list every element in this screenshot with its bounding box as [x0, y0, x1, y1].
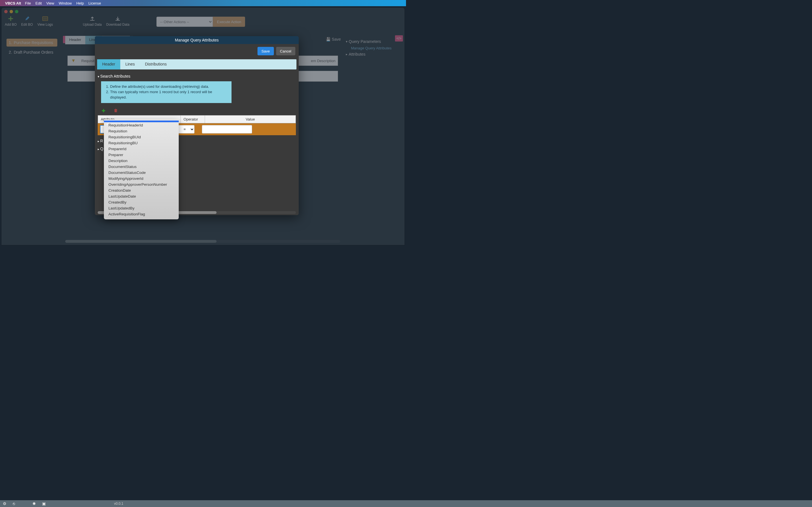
edit-bo-label: Edit BO: [21, 22, 33, 26]
view-logs-label: View Logs: [37, 22, 53, 26]
close-window-icon[interactable]: [4, 10, 8, 13]
dropdown-option[interactable]: DocumentStatus: [104, 164, 179, 170]
minimize-window-icon[interactable]: [10, 10, 13, 13]
instructions-note: Define the attribute(s) used for downloa…: [101, 81, 232, 103]
row-actions: ✚ 🗑: [102, 108, 296, 113]
code-toggle-button[interactable]: </>: [395, 35, 403, 42]
add-bo-label: Add BO: [5, 22, 17, 26]
search-attributes-heading[interactable]: Search Attributes: [98, 74, 296, 78]
modal-tab-distributions[interactable]: Distributions: [140, 59, 172, 69]
dropdown-option[interactable]: CreatedBy: [104, 199, 179, 205]
dropdown-option[interactable]: LastUpdatedBy: [104, 205, 179, 211]
app-name: VBCS Alt: [5, 1, 21, 5]
main-toolbar: Add BO Edit BO View Logs Upload Data Dow…: [1, 15, 405, 31]
grid-header-value: Value: [205, 115, 296, 123]
modal-tab-lines[interactable]: Lines: [120, 59, 140, 69]
dropdown-option[interactable]: PreparerId: [104, 146, 179, 152]
sidebar-item-label: Draft Purchase Orders: [14, 50, 53, 54]
query-parameters-section[interactable]: Query Parameters: [346, 39, 402, 44]
dropdown-option[interactable]: ActiveRequisitionFlag: [104, 211, 179, 217]
modal-action-bar: Save Cancel: [95, 44, 299, 58]
upload-data-label: Upload Data: [83, 22, 102, 26]
attributes-section[interactable]: Attributes: [346, 52, 402, 56]
macos-menubar: VBCS Alt File Edit View Window Help Lice…: [0, 0, 406, 6]
menu-file[interactable]: File: [25, 1, 31, 5]
value-input[interactable]: [202, 125, 252, 133]
download-data-label: Download Data: [106, 22, 129, 26]
download-data-button[interactable]: Download Data: [106, 15, 129, 26]
bg-save-button[interactable]: 💾 Save: [326, 37, 341, 42]
attribute-dropdown-list: RequisitionHeaderId Requisition Requisit…: [104, 119, 179, 219]
bg-tab-header[interactable]: Header: [65, 36, 85, 44]
execute-action-button[interactable]: Execute Action: [213, 17, 245, 27]
sidebar-item-number: 2.: [9, 50, 12, 54]
funnel-icon[interactable]: ▼: [68, 58, 79, 63]
plus-icon: [8, 15, 14, 22]
dropdown-option[interactable]: CreationDate: [104, 187, 179, 193]
modal-save-button[interactable]: Save: [257, 47, 274, 55]
menu-edit[interactable]: Edit: [36, 1, 42, 5]
right-sidebar: </> Query Parameters Manage Query Attrib…: [343, 36, 405, 245]
modal-title: Manage Query Attributes: [95, 36, 299, 44]
modal-tabs: Header Lines Distributions: [97, 59, 296, 69]
dropdown-option[interactable]: RequisitioningBU: [104, 140, 179, 146]
save-icon: 💾: [326, 37, 331, 42]
bg-save-label: Save: [332, 37, 341, 42]
pencil-icon: [24, 15, 30, 22]
upload-icon: [89, 15, 96, 22]
other-actions-group: -- Other Actions -- Execute Action: [157, 17, 245, 27]
dropdown-option[interactable]: DocumentStatusCode: [104, 170, 179, 176]
delete-row-icon[interactable]: 🗑: [114, 108, 118, 113]
dropdown-option[interactable]: ModifyingApproverId: [104, 176, 179, 181]
modal-tab-header[interactable]: Header: [97, 59, 120, 69]
maximize-window-icon[interactable]: [15, 10, 18, 13]
operator-select[interactable]: =: [178, 125, 194, 133]
dropdown-option-blank[interactable]: [104, 120, 179, 122]
menu-window[interactable]: Window: [59, 1, 72, 5]
dropdown-option[interactable]: LastUpdateDate: [104, 193, 179, 199]
edit-bo-button[interactable]: Edit BO: [21, 15, 33, 26]
dropdown-option[interactable]: OverridingApproverPersonNumber: [104, 181, 179, 187]
view-logs-button[interactable]: View Logs: [37, 15, 53, 26]
grid-header-operator: Operator: [181, 115, 205, 123]
logs-icon: [42, 15, 48, 22]
bg-horizontal-scrollbar[interactable]: [65, 240, 340, 243]
dropdown-option[interactable]: RequisitioningBUId: [104, 134, 179, 140]
menu-view[interactable]: View: [46, 1, 54, 5]
window-controls: [4, 10, 18, 13]
menu-license[interactable]: License: [89, 1, 101, 5]
add-bo-button[interactable]: Add BO: [5, 15, 17, 26]
upload-data-button[interactable]: Upload Data: [83, 15, 102, 26]
dropdown-option[interactable]: RequisitionHeaderId: [104, 122, 179, 128]
sidebar-item-purchase-requisitions[interactable]: 1. Purchase Requisitions: [6, 39, 57, 47]
modal-cancel-button[interactable]: Cancel: [276, 47, 295, 55]
dropdown-option[interactable]: Preparer: [104, 152, 179, 158]
add-row-icon[interactable]: ✚: [102, 108, 105, 113]
dropdown-option[interactable]: Description: [104, 158, 179, 164]
menu-help[interactable]: Help: [76, 1, 84, 5]
download-icon: [115, 15, 121, 22]
dropdown-option[interactable]: Requisition: [104, 128, 179, 134]
sidebar-item-label: Purchase Requisitions: [14, 40, 53, 45]
left-sidebar: 1. Purchase Requisitions 2. Draft Purcha…: [1, 36, 62, 245]
other-actions-select[interactable]: -- Other Actions --: [157, 17, 213, 27]
manage-query-attributes-link[interactable]: Manage Query Attributes: [351, 46, 402, 50]
sidebar-item-draft-purchase-orders[interactable]: 2. Draft Purchase Orders: [6, 48, 57, 56]
note-line-1: Define the attribute(s) used for downloa…: [110, 84, 228, 90]
note-line-2: This can typically return more 1 record …: [110, 90, 228, 100]
sidebar-item-number: 1.: [9, 40, 12, 45]
